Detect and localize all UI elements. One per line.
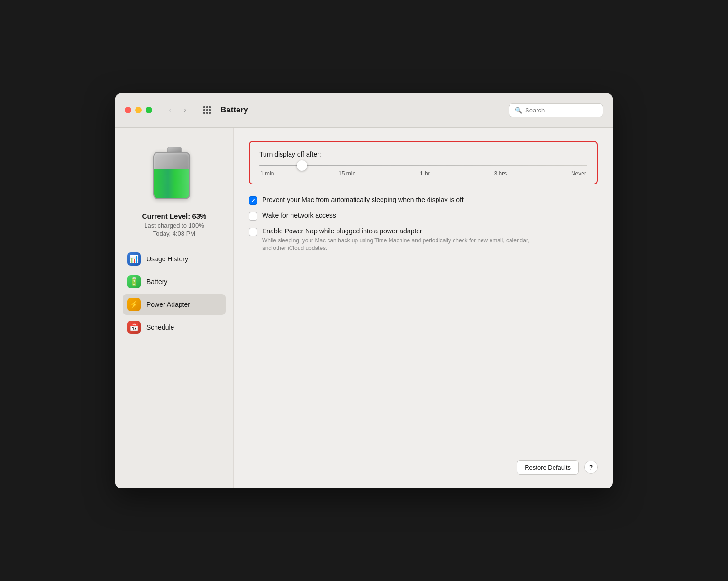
sidebar: Current Level: 63% Last charged to 100% … (115, 128, 234, 488)
option-row-power-nap: Enable Power Nap while plugged into a po… (249, 227, 598, 253)
search-box[interactable]: 🔍 (509, 103, 603, 117)
minimize-button[interactable] (135, 107, 142, 113)
option-label-wake-network: Wake for network access (262, 212, 336, 219)
slider-marker-3hrs: 3 hrs (494, 170, 507, 177)
schedule-icon: 📅 (127, 321, 141, 334)
main-content: Turn display off after: 1 min 15 min 1 h… (234, 128, 613, 488)
option-text-prevent-sleep: Prevent your Mac from automatically slee… (262, 196, 464, 203)
battery-label: Current Level: 63% Last charged to 100% … (142, 212, 207, 237)
sidebar-item-usage-history[interactable]: 📊 Usage History (123, 249, 226, 269)
restore-defaults-button[interactable]: Restore Defaults (517, 460, 579, 475)
sidebar-item-battery[interactable]: 🔋 Battery (123, 271, 226, 292)
last-charged: Last charged to 100% (142, 222, 207, 229)
search-input[interactable] (525, 107, 597, 114)
option-description-power-nap: While sleeping, your Mac can back up usi… (262, 237, 537, 253)
battery-icon-container (153, 147, 196, 199)
bottom-bar: Restore Defaults ? (249, 441, 598, 475)
option-row-wake-network: Wake for network access (249, 212, 598, 221)
sidebar-item-label-schedule: Schedule (146, 323, 174, 331)
slider-label: Turn display off after: (259, 150, 587, 158)
battery-visual (153, 147, 196, 199)
content-area: Current Level: 63% Last charged to 100% … (115, 128, 613, 488)
option-label-power-nap: Enable Power Nap while plugged into a po… (262, 227, 537, 235)
last-charged-time: Today, 4:08 PM (142, 230, 207, 237)
slider-markers: 1 min 15 min 1 hr 3 hrs Never (259, 170, 587, 177)
sidebar-item-power-adapter[interactable]: ⚡ Power Adapter (123, 294, 226, 315)
sidebar-item-label-battery: Battery (146, 278, 167, 286)
slider-marker-never: Never (571, 170, 586, 177)
usage-history-icon: 📊 (127, 252, 141, 266)
back-button[interactable]: ‹ (164, 103, 177, 117)
options-section: Prevent your Mac from automatically slee… (249, 196, 598, 253)
traffic-lights (125, 107, 152, 113)
page-title: Battery (220, 105, 501, 115)
maximize-button[interactable] (146, 107, 152, 113)
sidebar-nav: 📊 Usage History 🔋 Battery ⚡ Power Adapte… (123, 249, 226, 338)
current-level: Current Level: 63% (142, 212, 207, 220)
sidebar-item-label-usage-history: Usage History (146, 255, 188, 263)
forward-button[interactable]: › (179, 103, 192, 117)
sidebar-item-schedule[interactable]: 📅 Schedule (123, 317, 226, 338)
option-text-wake-network: Wake for network access (262, 212, 336, 219)
slider-marker-15min: 15 min (338, 170, 355, 177)
slider-marker-1min: 1 min (260, 170, 274, 177)
slider-marker-1hr: 1 hr (420, 170, 430, 177)
checkbox-wake-network[interactable] (249, 212, 257, 221)
close-button[interactable] (125, 107, 131, 113)
slider-thumb[interactable] (297, 160, 307, 171)
battery-body (153, 152, 190, 199)
slider-track[interactable] (259, 165, 587, 166)
slider-track-container (259, 165, 587, 166)
checkbox-power-nap[interactable] (249, 228, 257, 236)
power-adapter-icon: ⚡ (127, 298, 141, 311)
option-row-prevent-sleep: Prevent your Mac from automatically slee… (249, 196, 598, 205)
help-button[interactable]: ? (584, 461, 598, 474)
search-icon: 🔍 (515, 107, 522, 114)
titlebar: ‹ › Battery 🔍 (115, 93, 613, 128)
option-label-prevent-sleep: Prevent your Mac from automatically slee… (262, 196, 464, 203)
slider-section: Turn display off after: 1 min 15 min 1 h… (249, 141, 598, 184)
checkbox-prevent-sleep[interactable] (249, 196, 257, 205)
battery-fill (154, 169, 189, 198)
sidebar-item-label-power-adapter: Power Adapter (146, 301, 190, 308)
grid-view-icon[interactable] (203, 106, 211, 114)
nav-buttons: ‹ › (164, 103, 192, 117)
system-preferences-window: ‹ › Battery 🔍 (115, 93, 613, 488)
battery-icon: 🔋 (127, 275, 141, 288)
battery-cap (167, 147, 182, 152)
option-text-power-nap: Enable Power Nap while plugged into a po… (262, 227, 537, 253)
